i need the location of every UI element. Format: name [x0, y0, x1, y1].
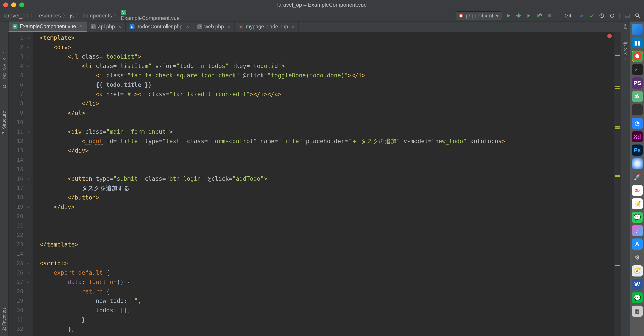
code-line[interactable]: [33, 212, 614, 221]
breadcrumb-segment[interactable]: VExampleComponent.vue: [121, 10, 180, 21]
breadcrumb[interactable]: laravel_op〉resources〉js〉components〉VExam…: [4, 10, 456, 21]
structure-tool-button[interactable]: 7: Structure: [2, 111, 7, 134]
code-line[interactable]: </ul>: [33, 108, 614, 118]
dock-xd-icon[interactable]: Xd: [632, 131, 643, 142]
code-line[interactable]: </template>: [33, 240, 614, 249]
error-indicator-icon[interactable]: [607, 34, 612, 38]
code-line[interactable]: }: [33, 315, 614, 324]
line-number[interactable]: 4: [8, 61, 33, 71]
close-tab-icon[interactable]: ×: [292, 24, 295, 30]
editor-tab[interactable]: Papi.php×: [87, 22, 126, 32]
dock-phpstorm-icon[interactable]: PS: [632, 78, 643, 88]
code-line[interactable]: タスクを追加する: [33, 184, 614, 193]
line-number[interactable]: 12: [8, 136, 33, 146]
breadcrumb-segment[interactable]: components: [82, 12, 112, 19]
rollback-button[interactable]: [609, 13, 615, 18]
run-button[interactable]: [506, 13, 511, 18]
code-line[interactable]: [33, 118, 614, 127]
line-number[interactable]: 3: [8, 52, 33, 61]
close-tab-icon[interactable]: ×: [186, 24, 189, 30]
stop-button[interactable]: [547, 13, 552, 18]
dock-appstore-icon[interactable]: A: [632, 238, 643, 250]
line-number[interactable]: 27: [8, 278, 33, 287]
line-number[interactable]: 24: [8, 249, 33, 258]
dock-safari-icon[interactable]: [632, 158, 643, 169]
editor-tab[interactable]: CTodosController.php×: [126, 22, 193, 32]
profiler-button[interactable]: [536, 13, 542, 18]
dock-photoshop-icon[interactable]: Ps: [632, 144, 643, 156]
dock-calendar-icon[interactable]: 25: [632, 185, 643, 196]
line-number[interactable]: 23: [8, 240, 33, 249]
dock-github-icon[interactable]: [632, 104, 643, 116]
dock-terminal-icon[interactable]: >_: [632, 64, 643, 75]
editor-tab[interactable]: Bmypage.blade.php×: [234, 22, 299, 32]
code-line[interactable]: </div>: [33, 202, 614, 212]
line-number[interactable]: 15: [8, 165, 33, 174]
favorites-tool-button[interactable]: 2: Favorites: [2, 307, 7, 331]
code-line[interactable]: <i class="far fa-check-square icon-check…: [33, 71, 614, 80]
dock-itunes-icon[interactable]: ♪: [632, 225, 643, 236]
code-line[interactable]: </li>: [33, 99, 614, 108]
editor-tab[interactable]: VExampleComponent.vue×: [8, 22, 87, 32]
code-line[interactable]: [33, 155, 614, 165]
dock-notes-icon[interactable]: 📝: [632, 198, 643, 210]
line-number[interactable]: 6: [8, 80, 33, 90]
dock-atom-icon[interactable]: ⚛: [632, 91, 643, 102]
device-icon[interactable]: [624, 13, 630, 18]
line-number[interactable]: 5: [8, 71, 33, 80]
line-number[interactable]: 14: [8, 155, 33, 165]
line-number[interactable]: 30: [8, 306, 33, 315]
line-number[interactable]: 22: [8, 230, 33, 240]
code-line[interactable]: export default {: [33, 268, 614, 278]
code-line[interactable]: <script>: [33, 258, 614, 268]
editor-tab[interactable]: Pweb.php×: [193, 22, 235, 32]
close-window-button[interactable]: [3, 2, 8, 8]
line-number[interactable]: 7: [8, 90, 33, 99]
code-line[interactable]: [33, 249, 614, 258]
run-coverage-button[interactable]: [526, 13, 532, 18]
dock-settings-icon[interactable]: ⚙: [632, 252, 643, 263]
code-line[interactable]: <input id="title" type="text" class="for…: [33, 136, 614, 146]
line-number[interactable]: 20: [8, 212, 33, 221]
close-tab-icon[interactable]: ×: [227, 24, 230, 30]
code-editor[interactable]: 1234567891011121314151617181920212223242…: [8, 32, 621, 336]
database-tool-button[interactable]: データベース: [622, 38, 628, 59]
code-line[interactable]: </button>: [33, 193, 614, 202]
run-configuration-select[interactable]: phpunit.xml ▾: [456, 12, 502, 20]
dock-sourcetree-icon[interactable]: ◔: [632, 118, 643, 129]
line-number[interactable]: 31: [8, 315, 33, 324]
line-number[interactable]: 25: [8, 258, 33, 268]
code-line[interactable]: },: [33, 324, 614, 334]
code-line[interactable]: data: function() {: [33, 278, 614, 287]
code-line[interactable]: <template>: [33, 33, 614, 42]
history-button[interactable]: [599, 13, 604, 18]
dock-wechat-icon[interactable]: 💬: [632, 292, 643, 303]
database-icon[interactable]: 🗄: [623, 24, 628, 30]
dock-messages-icon[interactable]: 💬: [632, 212, 643, 223]
line-number[interactable]: 29: [8, 296, 33, 306]
code-line[interactable]: <div>: [33, 42, 614, 52]
line-number[interactable]: 21: [8, 221, 33, 230]
line-number[interactable]: 32: [8, 324, 33, 334]
line-number[interactable]: 13: [8, 146, 33, 155]
line-number[interactable]: 1: [8, 33, 33, 42]
close-tab-icon[interactable]: ×: [118, 24, 121, 30]
line-number[interactable]: 16: [8, 174, 33, 184]
dock-safari2-icon[interactable]: 🧭: [632, 265, 643, 276]
line-number[interactable]: 26: [8, 268, 33, 278]
line-number[interactable]: 8: [8, 99, 33, 108]
code-line[interactable]: {{ todo.title }}: [33, 80, 614, 90]
line-number[interactable]: 11: [8, 127, 33, 136]
code-line[interactable]: [33, 165, 614, 174]
dock-launchpad-icon[interactable]: 🚀: [632, 171, 643, 182]
dock-finder-icon[interactable]: [632, 24, 643, 35]
code-line[interactable]: <ul class="todoList">: [33, 52, 614, 61]
project-tool-button[interactable]: 1: プロジェクト: [1, 53, 7, 88]
code-line[interactable]: </div>: [33, 146, 614, 155]
dock-word-icon[interactable]: W: [632, 279, 643, 290]
code-line[interactable]: <li class="listItem" v-for="todo in todo…: [33, 61, 614, 71]
code-content[interactable]: <template> <div> <ul class="todoList"> <…: [33, 32, 614, 336]
line-number[interactable]: 9: [8, 108, 33, 118]
line-number[interactable]: 28: [8, 287, 33, 296]
breadcrumb-segment[interactable]: js: [70, 12, 74, 19]
